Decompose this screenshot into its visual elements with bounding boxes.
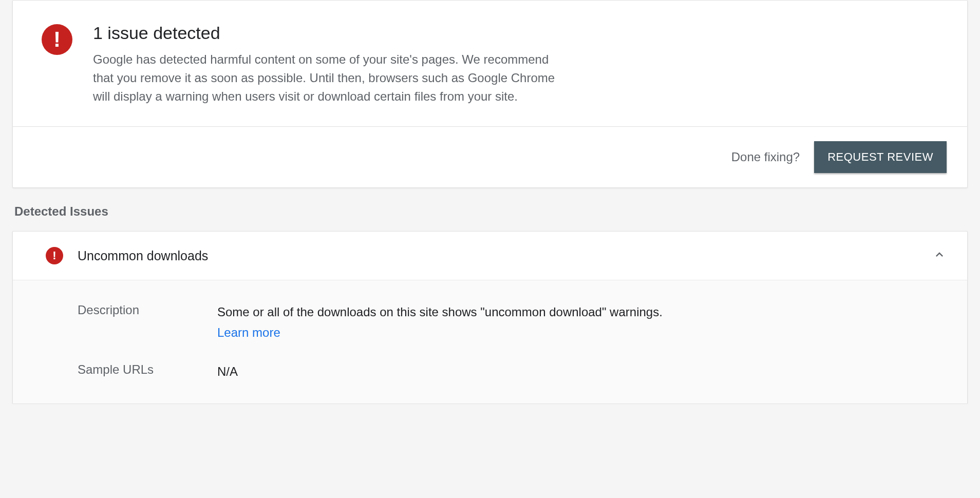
chevron-up-icon xyxy=(932,247,947,264)
description-label: Description xyxy=(78,303,217,317)
description-text: Some or all of the downloads on this sit… xyxy=(217,305,663,319)
alert-title: 1 issue detected xyxy=(93,23,555,43)
done-fixing-label: Done fixing? xyxy=(731,150,800,164)
learn-more-link[interactable]: Learn more xyxy=(217,323,663,342)
sample-urls-row: Sample URLs N/A xyxy=(78,362,947,381)
alert-text: 1 issue detected Google has detected har… xyxy=(93,23,555,106)
issue-details: Description Some or all of the downloads… xyxy=(13,280,967,404)
alert-footer: Done fixing? REQUEST REVIEW xyxy=(13,126,967,187)
error-icon: ! xyxy=(42,24,72,55)
description-row: Description Some or all of the downloads… xyxy=(78,303,947,342)
issue-card: ! Uncommon downloads Description Some or… xyxy=(12,231,968,404)
alert-description: Google has detected harmful content on s… xyxy=(93,50,555,106)
sample-urls-label: Sample URLs xyxy=(78,362,217,377)
detected-issues-heading: Detected Issues xyxy=(12,204,968,219)
issue-title: Uncommon downloads xyxy=(78,248,932,263)
request-review-button[interactable]: REQUEST REVIEW xyxy=(814,141,947,173)
issue-expand-toggle[interactable]: ! Uncommon downloads xyxy=(13,232,967,280)
issue-alert-card: ! 1 issue detected Google has detected h… xyxy=(12,0,968,188)
description-value: Some or all of the downloads on this sit… xyxy=(217,303,663,342)
sample-urls-value: N/A xyxy=(217,362,238,381)
error-icon: ! xyxy=(46,247,63,264)
alert-body: ! 1 issue detected Google has detected h… xyxy=(13,1,967,126)
